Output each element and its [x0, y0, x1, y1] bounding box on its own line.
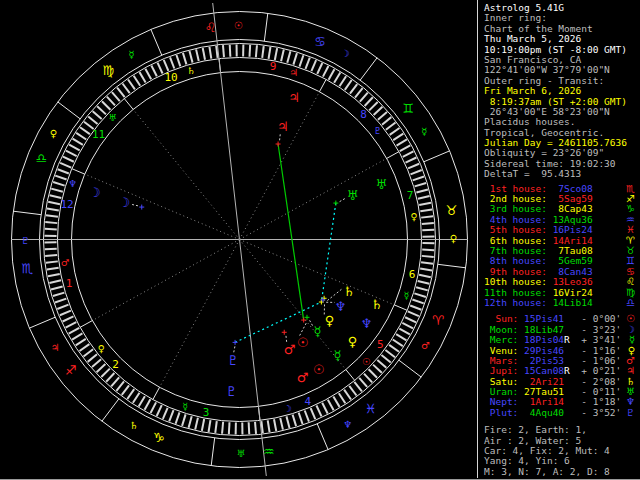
degree-tick: [333, 397, 339, 407]
planet-glyph-inner-mars: ♂: [284, 342, 296, 357]
degree-tick: [46, 215, 58, 216]
degree-tick: [83, 349, 93, 356]
degree-tick: [410, 305, 421, 309]
sign-boundary-line: [13, 211, 41, 214]
sign-boundary-line: [424, 151, 450, 162]
degree-tick: [203, 48, 205, 60]
house-cusp-tick: [80, 321, 92, 328]
degree-tick: [49, 280, 61, 283]
planet-marker-jupiter: [276, 142, 281, 147]
degree-tick: [122, 385, 129, 395]
degree-tick: [405, 317, 416, 322]
house-cusp-tick: [394, 305, 407, 310]
house-number: 7: [407, 189, 414, 202]
degree-tick: [255, 422, 256, 434]
house-cusp-tick: [72, 169, 85, 174]
degree-tick: [299, 55, 303, 66]
degree-tick: [329, 69, 335, 79]
planet-pointer-mercury: [310, 320, 313, 326]
degree-tick: [48, 202, 60, 204]
degree-tick: [88, 354, 97, 362]
house-cusp-spoke: [133, 109, 239, 239]
degree-tick: [256, 45, 257, 57]
degree-tick: [305, 58, 309, 69]
degree-tick: [354, 382, 362, 391]
sign-ruler-glyph: ☉: [234, 20, 243, 31]
planet-velocity: - 3°52': [570, 408, 621, 418]
degree-tick: [350, 84, 357, 94]
chart-wheel: ♈♂♉♀♊☿♋☽♌☉♍☿♎♀♏♇♐♃♑♄♒♅♓♆1♂2♀3☿4☽5☉6☿7♀8♇…: [0, 0, 478, 480]
degree-tick: [46, 261, 58, 262]
degree-tick: [412, 299, 423, 303]
summary-line-4: M: 3, N: 7, A: 2, D: 8: [484, 467, 640, 477]
planet-row-plut: Plut: 4Aqu40 - 3°52'♇: [484, 408, 640, 418]
sign-ruler-glyph: ♂: [421, 340, 430, 351]
degree-tick: [176, 412, 180, 423]
sign-ruler-glyph: ♆: [343, 419, 352, 430]
degree-tick: [53, 293, 64, 296]
degree-tick: [66, 151, 77, 156]
mc-ic-axis: [213, 3, 240, 239]
degree-tick: [275, 48, 277, 60]
sign-boundary-line: [151, 29, 162, 55]
planet-pointer-jupiter: [280, 133, 281, 140]
sign-boundary-line: [360, 58, 377, 80]
degree-tick: [76, 133, 86, 140]
degree-tick: [145, 69, 151, 80]
degree-tick: [112, 92, 120, 101]
planet-icon: ♇: [626, 408, 635, 418]
degree-tick: [134, 76, 141, 86]
info-sidebar: Astrolog 5.41G Inner ring:Chart of the M…: [477, 0, 640, 478]
zodiac-sign-glyph: ♐: [65, 363, 77, 378]
sign-ruler-glyph: ☽: [341, 48, 350, 59]
degree-tick: [286, 416, 289, 428]
degree-tick: [183, 53, 186, 64]
degree-tick: [397, 139, 407, 145]
degree-tick: [400, 145, 411, 151]
planet-glyph-inner-saturn: ♄: [343, 284, 355, 299]
sign-boundary-line: [399, 360, 421, 377]
degree-tick: [189, 51, 192, 63]
degree-tick: [47, 268, 59, 270]
degree-tick: [421, 262, 433, 263]
house-ruler-glyph: ♀: [411, 211, 418, 222]
degree-tick: [373, 365, 382, 373]
planet-pointer-uranus: [340, 198, 346, 202]
degree-tick: [419, 203, 431, 205]
house-cusp-spoke: [92, 240, 239, 321]
house-ruler-glyph: ♄: [187, 65, 196, 76]
sign-boundary-line: [317, 424, 328, 450]
planet-glyph-inner-neptune: ♆: [335, 299, 347, 314]
degree-tick: [349, 386, 356, 396]
sign-ruler-glyph: ♅: [236, 448, 245, 459]
degree-tick: [345, 80, 352, 90]
degree-tick: [311, 60, 316, 71]
degree-tick: [195, 418, 198, 430]
degree-tick: [51, 189, 63, 192]
degree-tick: [422, 223, 434, 224]
zodiac-sign-icon: ♎: [626, 298, 635, 308]
degree-tick: [163, 408, 168, 419]
house-number: 12: [60, 198, 73, 211]
degree-tick: [268, 420, 270, 432]
degree-tick: [102, 101, 110, 110]
sign-ruler-glyph: ♇: [21, 235, 30, 246]
degree-tick: [316, 406, 321, 417]
degree-tick: [97, 364, 106, 372]
degree-tick: [58, 169, 69, 173]
degree-tick: [80, 344, 90, 351]
degree-tick: [222, 422, 223, 434]
degree-tick: [170, 57, 174, 68]
planet-row-merc: Merc: 18Pis04R + 3°41'☿: [484, 335, 640, 345]
degree-tick: [209, 47, 211, 59]
house-cusp-tick: [346, 370, 355, 381]
degree-tick: [413, 176, 424, 180]
degree-tick: [215, 421, 216, 433]
degree-tick: [196, 49, 199, 61]
degree-tick: [51, 286, 63, 289]
degree-tick: [66, 322, 77, 327]
degree-tick: [323, 66, 328, 77]
zodiac-sign-glyph: ♊: [403, 101, 415, 116]
zodiac-sign-glyph: ♓: [365, 401, 377, 416]
house-ruler-glyph: ☽: [283, 403, 292, 414]
